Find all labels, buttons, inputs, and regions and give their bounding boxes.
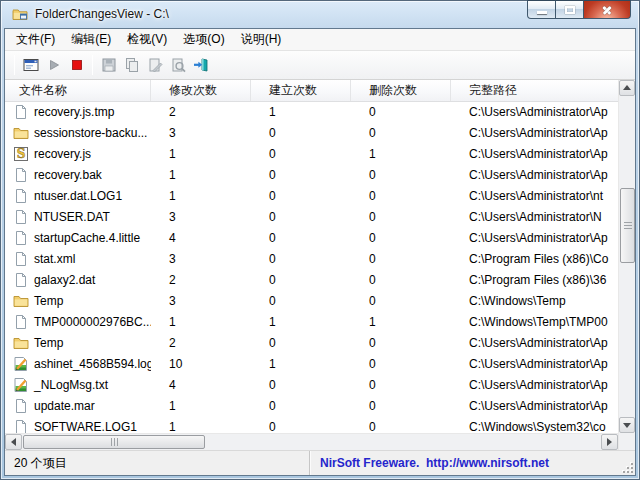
table-row[interactable]: S _NLogMsg.txt xyxy=(5,375,618,396)
table-row[interactable]: S update.mar xyxy=(5,396,618,417)
file-name-cell: S update.mar xyxy=(5,398,151,414)
horizontal-scroll-thumb[interactable] xyxy=(23,435,205,449)
toolbar-separator xyxy=(14,55,15,75)
menu-help[interactable]: 说明(H) xyxy=(233,28,290,51)
start-monitoring-button[interactable] xyxy=(42,53,65,76)
file-name: Temp xyxy=(34,336,63,350)
stop-icon xyxy=(69,57,85,73)
column-header-created-count[interactable]: 建立次数 xyxy=(251,80,351,101)
arrow-right-icon xyxy=(607,438,612,446)
toolbar xyxy=(5,51,635,80)
table-row[interactable]: S recovery.js xyxy=(5,144,618,165)
scroll-up-button[interactable] xyxy=(619,80,635,96)
file-name-cell: S recovery.js.tmp xyxy=(5,104,151,120)
column-header-filename[interactable]: 文件名称 xyxy=(5,80,151,101)
created-count-cell: 0 xyxy=(251,399,351,413)
file-name-cell: S recovery.bak xyxy=(5,167,151,183)
list-main: 文件名称 修改次数 建立次数 删除次数 完整路径 xyxy=(5,80,618,450)
table-row[interactable]: S SOFTWARE.LOG1 xyxy=(5,417,618,433)
rows-viewport: S recovery.js.tmp xyxy=(5,102,618,433)
full-path-cell: C:\Users\Administrator\Ap xyxy=(451,105,618,119)
created-count-cell: 0 xyxy=(251,210,351,224)
created-count-cell: 0 xyxy=(251,126,351,140)
file-name-cell: S sessionstore-backu... xyxy=(5,125,151,141)
vertical-scroll-thumb[interactable] xyxy=(620,188,635,263)
horizontal-scroll-track[interactable] xyxy=(22,434,601,450)
file-name: sessionstore-backu... xyxy=(34,126,147,140)
menu-file[interactable]: 文件(F) xyxy=(8,28,63,51)
file-name-cell: S TMP0000002976BC... xyxy=(5,314,151,330)
menu-options[interactable]: 选项(O) xyxy=(175,28,232,51)
modified-count-cell: 1 xyxy=(151,399,251,413)
table-row[interactable]: S startupCache.4.little xyxy=(5,228,618,249)
created-count-cell: 0 xyxy=(251,189,351,203)
modified-count-cell: 1 xyxy=(151,147,251,161)
status-bar: 20 个项目 NirSoft Freeware. http://www.nirs… xyxy=(5,450,635,475)
file-name-cell: S startupCache.4.little xyxy=(5,230,151,246)
deleted-count-cell: 0 xyxy=(351,189,451,203)
table-row[interactable]: S Temp xyxy=(5,333,618,354)
items-count: 20 个项目 xyxy=(14,455,67,472)
table-row[interactable]: S recovery.bak xyxy=(5,165,618,186)
scroll-left-button[interactable] xyxy=(5,434,22,450)
modified-count-cell: 3 xyxy=(151,126,251,140)
scroll-down-button[interactable] xyxy=(619,417,635,433)
file-name-cell: S NTUSER.DAT xyxy=(5,209,151,225)
menu-edit[interactable]: 编辑(E) xyxy=(63,28,119,51)
file-type-icon: S xyxy=(13,419,29,433)
stop-monitoring-button[interactable] xyxy=(65,53,88,76)
deleted-count-cell: 1 xyxy=(351,315,451,329)
deleted-count-cell: 0 xyxy=(351,273,451,287)
file-name-cell: S Temp xyxy=(5,335,151,351)
copy-button[interactable] xyxy=(120,53,143,76)
table-row[interactable]: S galaxy2.dat xyxy=(5,270,618,291)
nirsoft-link[interactable]: NirSoft Freeware. http://www.nirsoft.net xyxy=(320,456,549,470)
horizontal-scrollbar xyxy=(5,433,618,450)
items-count-panel: 20 个项目 xyxy=(5,451,310,475)
maximize-icon xyxy=(565,6,575,14)
file-name-cell: S SOFTWARE.LOG1 xyxy=(5,419,151,433)
file-name: ashinet_4568B594.log xyxy=(34,357,151,371)
find-button[interactable] xyxy=(166,53,189,76)
vertical-scrollbar xyxy=(618,80,635,450)
column-header-deleted-count[interactable]: 删除次数 xyxy=(351,80,451,101)
exit-button[interactable] xyxy=(189,53,212,76)
maximize-button[interactable] xyxy=(556,0,584,19)
file-type-icon: S xyxy=(13,356,29,372)
full-path-cell: C:\Users\Administrator\Ap xyxy=(451,378,618,392)
file-type-icon: S xyxy=(13,167,29,183)
table-row[interactable]: S TMP0000002976BC... xyxy=(5,312,618,333)
full-path-cell: C:\Program Files (x86)\Co xyxy=(451,252,618,266)
deleted-count-cell: 0 xyxy=(351,420,451,433)
choose-folder-button[interactable] xyxy=(19,53,42,76)
menu-view[interactable]: 检视(V) xyxy=(119,28,175,51)
created-count-cell: 0 xyxy=(251,252,351,266)
resize-grip[interactable] xyxy=(621,461,633,473)
scroll-right-button[interactable] xyxy=(601,434,618,450)
save-button[interactable] xyxy=(97,53,120,76)
exit-door-icon xyxy=(193,57,209,73)
properties-button[interactable] xyxy=(143,53,166,76)
table-row[interactable]: S recovery.js.tmp xyxy=(5,102,618,123)
modified-count-cell: 1 xyxy=(151,168,251,182)
table-row[interactable]: S Temp xyxy=(5,291,618,312)
file-name-cell: S _NLogMsg.txt xyxy=(5,377,151,393)
title-bar[interactable]: FolderChangesView - C:\ xyxy=(1,1,639,28)
table-row[interactable]: S stat.xml xyxy=(5,249,618,270)
folder-dialog-icon xyxy=(23,57,39,73)
minimize-button[interactable] xyxy=(527,0,556,19)
table-row[interactable]: S ashinet_4568B594.log xyxy=(5,354,618,375)
full-path-cell: C:\Program Files (x86)\36 xyxy=(451,273,618,287)
table-row[interactable]: S ntuser.dat.LOG1 xyxy=(5,186,618,207)
file-type-icon: S xyxy=(13,230,29,246)
table-row[interactable]: S sessionstore-backu... xyxy=(5,123,618,144)
floppy-icon xyxy=(101,57,117,73)
column-header-full-path[interactable]: 完整路径 xyxy=(451,80,618,101)
arrow-down-icon xyxy=(623,423,631,428)
vertical-scroll-track[interactable] xyxy=(619,96,635,417)
column-header-modified-count[interactable]: 修改次数 xyxy=(151,80,251,101)
close-button[interactable] xyxy=(584,0,631,19)
arrow-left-icon xyxy=(11,438,16,446)
file-name: update.mar xyxy=(34,399,95,413)
table-row[interactable]: S NTUSER.DAT xyxy=(5,207,618,228)
